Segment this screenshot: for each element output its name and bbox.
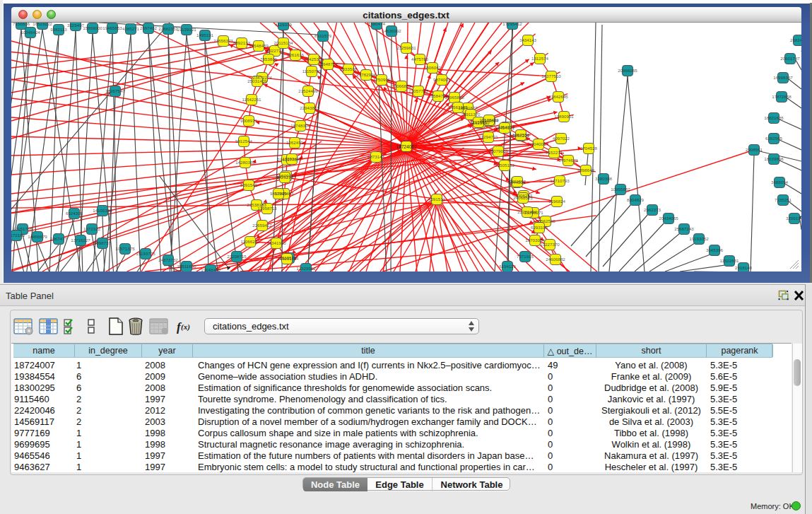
svg-text:21842645: 21842645	[548, 94, 568, 99]
svg-text:22882351: 22882351	[158, 26, 178, 31]
svg-text:20434065: 20434065	[659, 216, 678, 221]
svg-text:1495191: 1495191	[196, 33, 214, 37]
svg-text:18748304: 18748304	[290, 123, 310, 128]
svg-text:12505153: 12505153	[495, 163, 514, 168]
svg-text:14456679: 14456679	[28, 234, 47, 239]
svg-text:10571375: 10571375	[115, 246, 135, 251]
svg-text:15066853: 15066853	[392, 83, 411, 88]
svg-text:3529497: 3529497	[67, 23, 85, 28]
svg-text:20601747: 20601747	[780, 56, 800, 61]
svg-text:9912544: 9912544	[235, 139, 253, 144]
svg-text:9008971: 9008971	[240, 118, 258, 123]
svg-text:8892133: 8892133	[233, 40, 251, 45]
svg-text:7235251: 7235251	[775, 197, 792, 202]
svg-text:22659412: 22659412	[252, 223, 272, 228]
svg-text:2704528: 2704528	[580, 146, 598, 151]
svg-text:20966065: 20966065	[618, 68, 637, 73]
svg-text:6293105: 6293105	[531, 225, 548, 230]
svg-text:(x): (x)	[181, 322, 190, 332]
svg-text:4591531: 4591531	[428, 197, 446, 201]
svg-text:17392408: 17392408	[282, 156, 302, 161]
svg-text:16998367: 16998367	[773, 75, 793, 80]
svg-text:20948752: 20948752	[318, 62, 338, 66]
svg-text:14636992: 14636992	[382, 28, 401, 33]
svg-text:1072322: 1072322	[83, 226, 101, 231]
svg-text:25911370: 25911370	[461, 112, 481, 117]
svg-text:11522831: 11522831	[719, 258, 739, 263]
svg-text:23259631: 23259631	[396, 45, 416, 50]
svg-text:6194119: 6194119	[499, 264, 516, 269]
svg-text:7371915: 7371915	[517, 254, 534, 259]
svg-text:19965868: 19965868	[445, 95, 464, 100]
svg-text:18724007: 18724007	[396, 144, 417, 149]
svg-text:3280388: 3280388	[595, 176, 613, 181]
svg-text:3688094: 3688094	[771, 180, 789, 185]
svg-text:13716227: 13716227	[71, 238, 90, 243]
svg-text:2967477: 2967477	[50, 236, 68, 241]
svg-text:21294721: 21294721	[478, 134, 498, 139]
svg-text:19465853: 19465853	[102, 25, 122, 30]
svg-text:4285271: 4285271	[122, 26, 140, 31]
svg-text:9857829: 9857829	[270, 191, 288, 196]
svg-text:2908561: 2908561	[746, 147, 763, 152]
svg-text:19890931: 19890931	[554, 114, 574, 119]
svg-text:17151708: 17151708	[13, 226, 33, 231]
svg-text:4475786: 4475786	[411, 57, 429, 62]
svg-text:3045396: 3045396	[706, 247, 724, 252]
svg-text:4129379: 4129379	[275, 23, 293, 27]
svg-text:25687243: 25687243	[674, 226, 694, 231]
svg-text:19227370: 19227370	[540, 242, 560, 247]
svg-text:16267547: 16267547	[105, 88, 125, 93]
svg-text:18821635: 18821635	[764, 115, 784, 120]
svg-text:24373732: 24373732	[158, 257, 178, 262]
svg-text:11542261: 11542261	[242, 97, 261, 102]
svg-text:10562590: 10562590	[536, 218, 555, 223]
svg-text:14100380: 14100380	[93, 208, 112, 213]
svg-text:7853801: 7853801	[260, 57, 278, 62]
svg-text:19139121: 19139121	[177, 27, 196, 32]
svg-text:17958713: 17958713	[257, 206, 277, 211]
svg-text:5022727: 5022727	[266, 48, 284, 53]
svg-text:4873143: 4873143	[367, 154, 385, 159]
svg-text:8152271: 8152271	[546, 150, 563, 155]
svg-text:2333508: 2333508	[340, 66, 358, 71]
svg-text:9898649: 9898649	[577, 168, 595, 173]
svg-text:17295412: 17295412	[502, 23, 522, 26]
svg-text:9196824: 9196824	[548, 199, 566, 204]
svg-text:10138489: 10138489	[479, 117, 499, 122]
svg-text:7831592: 7831592	[509, 179, 526, 184]
svg-text:2962373: 2962373	[644, 207, 661, 212]
svg-text:17872858: 17872858	[772, 94, 792, 99]
svg-text:10454171: 10454171	[495, 125, 514, 130]
svg-text:20425300: 20425300	[304, 57, 324, 62]
svg-text:2697462: 2697462	[140, 25, 158, 30]
svg-text:8931579: 8931579	[314, 33, 332, 38]
svg-text:19040017: 19040017	[529, 141, 548, 146]
svg-text:19193052: 19193052	[689, 236, 709, 241]
svg-text:18039896: 18039896	[764, 156, 784, 161]
svg-text:25511690: 25511690	[177, 264, 196, 269]
svg-text:5391546: 5391546	[240, 182, 258, 187]
svg-text:23057783: 23057783	[408, 88, 428, 93]
svg-text:5506062: 5506062	[424, 65, 442, 70]
svg-text:11609146: 11609146	[277, 256, 297, 261]
svg-text:12710793: 12710793	[550, 178, 570, 183]
svg-text:19563105: 19563105	[448, 105, 468, 110]
svg-text:9261616: 9261616	[287, 52, 305, 57]
svg-text:8172169: 8172169	[11, 233, 25, 238]
svg-text:9874003: 9874003	[433, 77, 451, 82]
svg-text:8304829: 8304829	[627, 197, 645, 202]
svg-text:3750906: 3750906	[373, 77, 391, 82]
svg-text:11066231: 11066231	[240, 239, 260, 244]
svg-text:24606882: 24606882	[546, 257, 565, 262]
svg-text:3434143: 3434143	[519, 37, 537, 42]
svg-text:8067558: 8067558	[512, 132, 530, 137]
svg-text:16341910: 16341910	[266, 240, 286, 245]
svg-text:16523222: 16523222	[33, 23, 52, 26]
svg-text:6524305: 6524305	[66, 211, 83, 216]
svg-text:10955862: 10955862	[611, 187, 630, 192]
svg-text:6282565: 6282565	[765, 136, 783, 141]
svg-text:22281494: 22281494	[517, 209, 537, 214]
svg-text:16377510: 16377510	[541, 74, 561, 78]
svg-text:10346424: 10346424	[20, 30, 40, 35]
